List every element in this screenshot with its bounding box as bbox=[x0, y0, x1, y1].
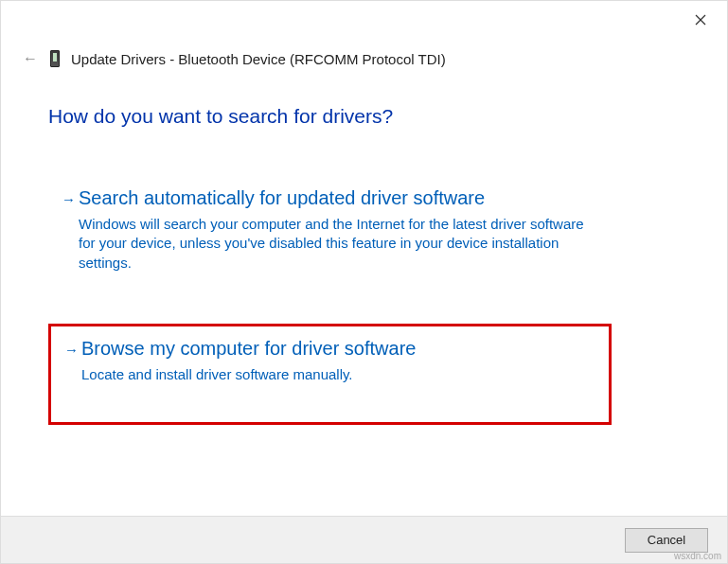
close-button[interactable] bbox=[689, 9, 712, 31]
window-title: Update Drivers - Bluetooth Device (RFCOM… bbox=[71, 51, 446, 67]
option-search-automatically[interactable]: → Search automatically for updated drive… bbox=[48, 176, 612, 286]
options-list: → Search automatically for updated drive… bbox=[48, 176, 612, 463]
header-row: ← Update Drivers - Bluetooth Device (RFC… bbox=[22, 50, 446, 67]
cancel-button[interactable]: Cancel bbox=[625, 528, 708, 553]
arrow-right-icon: → bbox=[64, 342, 81, 358]
option-title-row: → Browse my computer for driver software bbox=[64, 338, 595, 360]
back-arrow-icon: ← bbox=[22, 50, 39, 67]
arrow-right-icon: → bbox=[62, 191, 79, 207]
footer-bar: Cancel bbox=[1, 516, 727, 563]
option-title: Search automatically for updated driver … bbox=[79, 187, 485, 209]
close-icon bbox=[695, 14, 706, 26]
option-description: Locate and install driver software manua… bbox=[81, 365, 595, 384]
option-browse-computer[interactable]: → Browse my computer for driver software… bbox=[48, 324, 612, 425]
option-description: Windows will search your computer and th… bbox=[79, 215, 598, 273]
device-icon bbox=[50, 50, 60, 67]
watermark: wsxdn.com bbox=[674, 551, 721, 561]
option-title-row: → Search automatically for updated drive… bbox=[62, 187, 598, 209]
page-heading: How do you want to search for drivers? bbox=[48, 105, 393, 128]
option-title: Browse my computer for driver software bbox=[81, 338, 416, 360]
